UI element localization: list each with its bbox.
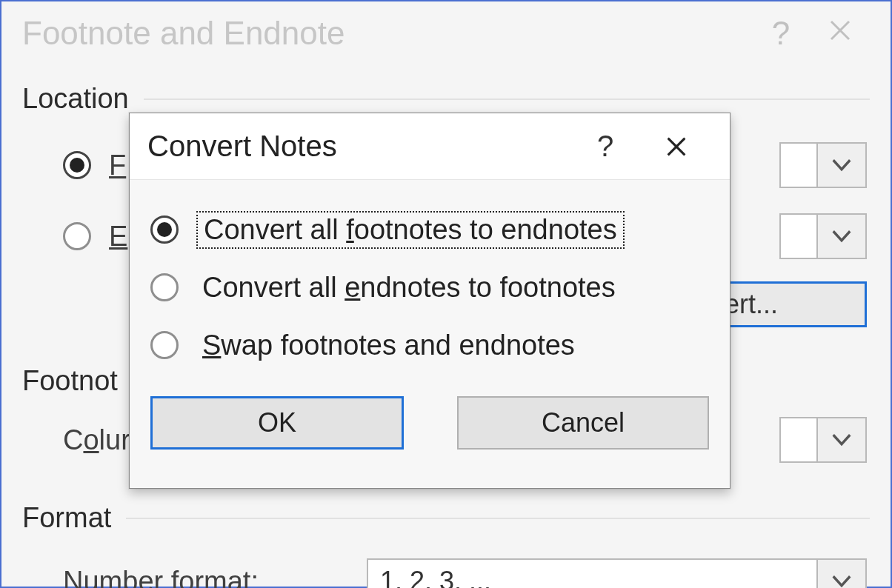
- chevron-down-icon[interactable]: [816, 144, 865, 187]
- radio-icon: [150, 331, 179, 359]
- modal-body: Convert all footnotes to endnotes Conver…: [130, 180, 730, 374]
- radio-footnotes-label: F: [109, 150, 126, 181]
- ok-button-label: OK: [258, 407, 296, 438]
- option-label: Convert all footnotes to endnotes: [196, 211, 625, 249]
- section-format-label: Format: [22, 502, 111, 534]
- option-label: Swap footnotes and endnotes: [196, 328, 581, 363]
- option-swap[interactable]: Swap footnotes and endnotes: [150, 316, 709, 374]
- modal-titlebar: Convert Notes ?: [130, 113, 730, 180]
- close-icon[interactable]: [811, 17, 870, 50]
- radio-endnotes-label: E: [109, 221, 127, 253]
- radio-icon: [150, 216, 179, 244]
- number-format-label: Number format:: [63, 566, 330, 589]
- app-frame: Footnote and Endnote ? Location F: [0, 0, 892, 588]
- radio-footnotes[interactable]: [63, 151, 91, 179]
- section-location-label: Location: [22, 83, 129, 115]
- modal-title: Convert Notes: [147, 130, 570, 163]
- option-label: Convert all endnotes to footnotes: [196, 270, 622, 305]
- number-format-row: Number format: 1, 2, 3, ...: [63, 552, 870, 588]
- number-format-combo[interactable]: 1, 2, 3, ...: [367, 558, 867, 588]
- option-footnotes-to-endnotes[interactable]: Convert all footnotes to endnotes: [150, 201, 709, 258]
- cancel-button[interactable]: Cancel: [457, 396, 709, 450]
- close-icon[interactable]: [641, 113, 712, 180]
- endnotes-location-combo[interactable]: [779, 213, 867, 259]
- cancel-button-label: Cancel: [542, 407, 625, 438]
- ok-button[interactable]: OK: [150, 396, 404, 450]
- parent-dialog-title: Footnote and Endnote: [22, 15, 751, 52]
- option-endnotes-to-footnotes[interactable]: Convert all endnotes to footnotes: [150, 258, 709, 316]
- chevron-down-icon[interactable]: [816, 560, 865, 588]
- help-icon[interactable]: ?: [570, 113, 641, 180]
- radio-endnotes[interactable]: [63, 222, 91, 250]
- convert-notes-dialog: Convert Notes ? Convert all footnotes to…: [129, 113, 730, 489]
- chevron-down-icon[interactable]: [816, 418, 865, 461]
- columns-combo[interactable]: [779, 417, 867, 463]
- parent-dialog-titlebar: Footnote and Endnote ?: [1, 1, 891, 59]
- footnotes-location-combo[interactable]: [779, 142, 867, 188]
- section-footnote-layout-label: Footnot: [22, 365, 118, 397]
- modal-button-row: OK Cancel: [130, 374, 730, 450]
- combo-value: 1, 2, 3, ...: [368, 566, 816, 588]
- chevron-down-icon[interactable]: [816, 215, 865, 258]
- help-icon[interactable]: ?: [751, 15, 811, 52]
- radio-icon: [150, 273, 179, 301]
